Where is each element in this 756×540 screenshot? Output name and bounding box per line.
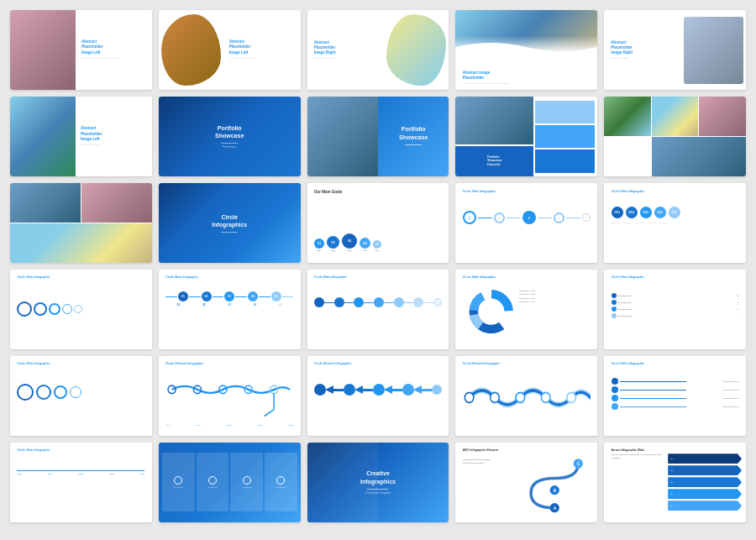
slide-4-body: Lorem ipsum dolor sit amet consectetur a… bbox=[463, 82, 591, 86]
slide-2-body: Lorem ipsum dolor sit amet bbox=[229, 57, 295, 60]
slide-1[interactable]: Abstract PlaceholderImage Left Lorem ips… bbox=[10, 10, 152, 90]
yr-2014: 2014 bbox=[48, 473, 53, 475]
svg-line-10 bbox=[265, 410, 274, 417]
slide-4[interactable]: Abstract ImagePlaceholder Lorem ipsum do… bbox=[455, 10, 597, 90]
svg-point-12 bbox=[490, 393, 499, 403]
yr-2017: 2017 bbox=[140, 473, 145, 475]
slide-18[interactable]: Circle Slide Infographic bbox=[307, 270, 449, 349]
slide-15[interactable]: Circle Slide Infographic 2013 2014 2015 … bbox=[604, 183, 746, 263]
slide-22[interactable]: Snake Element Infographic Step 1Step 2St… bbox=[159, 356, 301, 436]
slide-20-title: Circle Slide Infographic bbox=[612, 275, 644, 279]
slide-7-subtitle: Presentation bbox=[223, 145, 237, 149]
arrow-02: 02 bbox=[668, 465, 742, 475]
goal-4: Goal 4 bbox=[360, 249, 370, 251]
slide-9-title: PortfolioShowcaseFeatured bbox=[485, 153, 504, 170]
slide-29-title: ABC Infographic Element bbox=[463, 448, 498, 452]
yr-2016: 2016 bbox=[109, 473, 114, 475]
snake-labels: Step 1Step 2Step 3Step 4Step 5 bbox=[165, 424, 293, 426]
slide-12[interactable]: CircleInfographics bbox=[159, 183, 301, 263]
svg-point-13 bbox=[516, 393, 525, 403]
slide-25-title: Circle Slide Infographic bbox=[612, 362, 644, 365]
num-04: 04 bbox=[242, 303, 267, 307]
slide-1-subtitle: PlaceholderImage Left bbox=[81, 45, 149, 55]
slide-19-title: Circle Slide Infographic bbox=[463, 275, 496, 279]
slide-13-title: Our Main Goals bbox=[314, 190, 342, 194]
slide-5[interactable]: AbstractPlaceholderImage Right Lorem ips… bbox=[604, 10, 746, 90]
slide-29-body: The details are not the details.They mak… bbox=[463, 459, 520, 465]
slide-7[interactable]: PortfolioShowcase Presentation bbox=[159, 97, 301, 176]
list-item-4: Lorem ipsum dolor sit bbox=[688, 406, 739, 407]
svg-point-4 bbox=[168, 385, 176, 393]
year-2016: 2016 bbox=[654, 207, 666, 218]
slide-20-body: ● Sample Text● ● Sample Text● ● Sample T… bbox=[612, 293, 739, 318]
svg-point-11 bbox=[465, 393, 474, 403]
slide-5-title: AbstractPlaceholderImage Right bbox=[611, 40, 676, 56]
slide-8[interactable]: PortfolioShowcase bbox=[307, 97, 449, 176]
slide-3[interactable]: AbstractPlaceholderImage Right Lorem ips… bbox=[307, 10, 449, 90]
svg-text:A: A bbox=[554, 506, 557, 511]
slide-23[interactable]: Circle Element Infographic bbox=[307, 356, 449, 436]
arrow-05: 05 bbox=[668, 501, 742, 511]
slide-6-title: AbstractPlaceholderImage Left bbox=[81, 126, 146, 142]
slide-4-title: Abstract ImagePlaceholder bbox=[463, 71, 591, 81]
goal-1: Goal 1 bbox=[314, 249, 324, 251]
slide-28-subtitle: Presentation Template bbox=[365, 491, 391, 495]
year-2013: 2013 bbox=[612, 207, 623, 218]
svg-point-14 bbox=[541, 393, 550, 403]
slide-11[interactable] bbox=[10, 183, 152, 263]
slide-28[interactable]: CreativeInfographics Presentation Templa… bbox=[307, 443, 449, 522]
slide-22-title: Snake Element Infographic bbox=[165, 362, 203, 365]
num-03: 03 bbox=[217, 303, 242, 307]
slide-14-title: Circle Slide Infographic bbox=[463, 190, 496, 193]
slide-3-title: AbstractPlaceholderImage Right bbox=[314, 40, 380, 56]
stage-1: STAGE 01 bbox=[173, 486, 183, 489]
slide-16[interactable]: Circle Slide Infographic bbox=[10, 270, 152, 349]
arrow-04: 04 bbox=[668, 489, 742, 499]
slide-28-title: CreativeInfographics bbox=[360, 469, 396, 486]
slide-27[interactable]: STAGE 01 STAGE 02 STAGE 03 STAGE 04 bbox=[159, 443, 301, 522]
slide-26[interactable]: Circle Slide Infographic 2013 2014 2015 … bbox=[10, 443, 152, 522]
slide-25[interactable]: Circle Slide Infographic Lorem ipsum dol… bbox=[604, 356, 746, 436]
slide-18-title: Circle Slide Infographic bbox=[314, 275, 347, 279]
slide-24[interactable]: Circle Element Infographic bbox=[455, 356, 597, 436]
slide-7-title: PortfolioShowcase bbox=[215, 124, 244, 141]
svg-text:B: B bbox=[554, 489, 557, 493]
num-02: 02 bbox=[192, 303, 217, 307]
slide-20[interactable]: Circle Slide Infographic ● Sample Text● … bbox=[604, 270, 746, 349]
slide-29[interactable]: ABC Infographic Element The details are … bbox=[455, 443, 597, 522]
slide-30-body: This is a big line of doing what you are… bbox=[612, 453, 669, 460]
year-2015: 2015 bbox=[640, 207, 652, 218]
slide-3-body: Lorem ipsum dolor sit bbox=[314, 57, 380, 60]
yr-2013: 2013 bbox=[17, 473, 22, 475]
slide-17[interactable]: Circle Slide Infographic 01 02 03 04 05 bbox=[159, 270, 301, 349]
slide-9[interactable]: PortfolioShowcaseFeatured bbox=[455, 97, 597, 176]
slide-2[interactable]: AbstractPlaceholderImage Left Lorem ipsu… bbox=[159, 10, 301, 90]
slide-12-title: CircleInfographics bbox=[212, 213, 247, 230]
goal-2: Goal 2 bbox=[327, 249, 339, 251]
yr-2015: 2015 bbox=[79, 473, 84, 475]
slide-13[interactable]: Our Main Goals 01 Goal 1 02 Goal 2 03 Go… bbox=[307, 183, 449, 263]
slides-grid: Abstract PlaceholderImage Left Lorem ips… bbox=[10, 10, 746, 522]
slide-21[interactable]: Circle Slide Infographic bbox=[10, 356, 152, 436]
slide-10[interactable] bbox=[604, 97, 746, 176]
slide-30[interactable]: Arrow Infographic Slide This is a big li… bbox=[604, 443, 746, 522]
slide-21-title: Circle Slide Infographic bbox=[17, 362, 50, 365]
goal-3: Goal 3 bbox=[342, 249, 357, 251]
year-2017: 2017 bbox=[669, 207, 680, 218]
slide-6-body: Lorem ipsum dolor sit bbox=[81, 144, 146, 146]
slide-15-title: Circle Slide Infographic bbox=[612, 190, 644, 193]
slide-19-legend: ● Section 1 25% ● Section 2 15% ● Sectio… bbox=[519, 290, 590, 305]
list-item-1: Lorem ipsum dolor sit bbox=[688, 380, 739, 382]
slide-23-title: Circle Element Infographic bbox=[314, 362, 351, 365]
slide-1-body: Lorem ipsum dolor sit amet consectetur bbox=[81, 57, 149, 60]
slide-8-title: PortfolioShowcase bbox=[399, 125, 428, 142]
list-item-2: Lorem ipsum dolor sit bbox=[688, 389, 739, 391]
slide-16-title: Circle Slide Infographic bbox=[17, 275, 50, 279]
num-01: 01 bbox=[165, 303, 191, 307]
stage-4: STAGE 04 bbox=[276, 486, 286, 489]
slide-5-body: Lorem ipsum dolor bbox=[611, 57, 676, 60]
slide-14[interactable]: Circle Slide Infographic 1 2 3 4 5 bbox=[455, 183, 597, 263]
slide-19[interactable]: Circle Slide Infographic ● Section 1 25%… bbox=[455, 270, 597, 349]
slide-6[interactable]: AbstractPlaceholderImage Left Lorem ipsu… bbox=[10, 97, 152, 176]
slide-26-title: Circle Slide Infographic bbox=[17, 448, 50, 452]
